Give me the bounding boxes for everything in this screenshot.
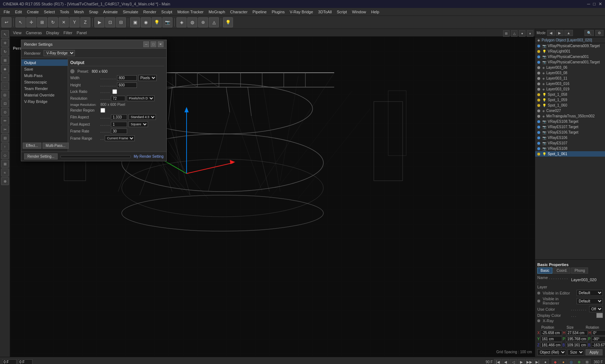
timeline-settings-btn[interactable]: ⊞ (583, 359, 591, 364)
object-list-item[interactable]: 📷VRayPhysicalCamera009.Target (535, 43, 605, 49)
rs-filmaspect-input[interactable] (111, 114, 127, 120)
tool-y[interactable]: Y (70, 17, 80, 27)
rot-h-input[interactable] (592, 330, 605, 336)
rs-stereo-item[interactable]: Stereoscopic (21, 79, 68, 85)
rs-lockratio-check[interactable] (112, 89, 117, 94)
object-list-item[interactable]: ◈Layer003_08 (535, 70, 605, 76)
object-list-item[interactable]: ◈Layer003_016 (535, 81, 605, 86)
sphere-btn[interactable]: ◉ (141, 17, 151, 27)
rs-maximize[interactable]: □ (151, 41, 156, 47)
prev-frame-btn[interactable]: ◀ (502, 359, 509, 364)
object-list-item[interactable]: 📷VRayPhysicalCamera001.Target (535, 59, 605, 65)
live-select-btn[interactable]: ◎ (1, 91, 9, 99)
vp-icon-3[interactable]: ● (519, 30, 525, 37)
smooth-btn[interactable]: ≈ (1, 168, 9, 176)
rs-teamrender-item[interactable]: Team Render (21, 85, 68, 92)
menu-item-3dtoall[interactable]: 3DToAll (316, 9, 334, 15)
pos-y-input[interactable] (541, 336, 562, 342)
object-list-item[interactable]: 💡Spot_1_061 (535, 151, 605, 157)
material-btn[interactable]: ◍ (187, 17, 197, 27)
size-y-input[interactable] (566, 336, 587, 342)
frame-start-input[interactable] (2, 359, 17, 364)
viewport[interactable]: View Cameras Display Filter Panel ⊞ △ ● … (10, 29, 535, 357)
scale-mode-btn[interactable]: ⊞ (1, 56, 9, 64)
effector-btn[interactable]: ◬ (209, 17, 219, 27)
pos-z-input[interactable] (540, 342, 562, 348)
menu-item-create[interactable]: Create (25, 9, 41, 15)
rs-pixelaspect-input[interactable] (111, 122, 127, 127)
size-type-select[interactable]: Size (568, 349, 584, 355)
record-btn[interactable]: ● (542, 359, 549, 364)
goto-start-btn[interactable]: |◀ (494, 359, 501, 364)
view-menu[interactable]: View (13, 31, 22, 35)
render-settings-titlebar[interactable]: Render Settings ─ □ ✕ (21, 40, 166, 49)
render-setting-btn[interactable]: Render Setting... (24, 153, 58, 159)
menu-item-snap[interactable]: Snap (87, 9, 100, 15)
light-btn[interactable]: 💡 (152, 17, 162, 27)
panel-menu[interactable]: Panel (77, 31, 87, 35)
snap-btn[interactable]: ⊕ (575, 359, 583, 364)
mode-prev-btn[interactable]: ◀ (547, 30, 555, 36)
close-btn[interactable]: ✕ (599, 1, 602, 6)
camera-btn[interactable]: 📷 (162, 17, 172, 27)
menu-item-sculpt[interactable]: Sculpt (159, 9, 175, 15)
object-list-item[interactable]: ◈MinTraingulaTruss_350cm002 (535, 113, 605, 119)
rs-renderregion-check[interactable] (100, 108, 105, 113)
object-list-item[interactable]: 💡VRayLight001 (535, 49, 605, 54)
vp-icon-1[interactable]: ⊞ (503, 30, 510, 37)
bridge-btn[interactable]: ⊟ (1, 134, 9, 142)
magnet-btn[interactable]: ⊕ (1, 177, 9, 185)
pos-x-input[interactable] (541, 330, 562, 336)
motion-track-btn[interactable]: ◎ (568, 359, 575, 364)
frame-current-input[interactable] (18, 359, 32, 364)
menu-item-render[interactable]: Render (141, 9, 158, 15)
rs-minimize[interactable]: ─ (143, 41, 149, 47)
tab-coord[interactable]: Coord. (553, 268, 570, 274)
cube-btn[interactable]: ▣ (130, 17, 140, 27)
render-region-btn[interactable]: ⊡ (105, 17, 115, 27)
scale-tool[interactable]: ⊞ (37, 17, 47, 27)
tool-z[interactable]: Z (80, 17, 90, 27)
menu-item-v-ray-bridge[interactable]: V-Ray Bridge (288, 9, 315, 15)
object-list-item[interactable]: 📷VRayES108 (535, 146, 605, 151)
object-list-item[interactable]: 📷VRayPhysicalCamera001 (535, 54, 605, 59)
lamp-btn[interactable]: 💡 (223, 17, 233, 27)
menu-item-plugins[interactable]: Plugins (269, 9, 287, 15)
prop-usecolor-select[interactable]: Off (589, 306, 603, 312)
renderer-select[interactable]: V-Ray Bridge (44, 50, 75, 56)
bevel-btn[interactable]: ◇ (1, 151, 9, 159)
select-tool[interactable]: ↖ (15, 17, 26, 27)
render-preview-btn[interactable]: ▶ (94, 17, 104, 27)
rs-width-unit[interactable]: Pixels (138, 75, 157, 81)
undo-tool[interactable]: ↩ (1, 17, 12, 27)
goto-end-btn[interactable]: ▶| (534, 359, 541, 364)
mode-up-btn[interactable]: ▲ (564, 30, 573, 36)
object-list-item[interactable]: 💡Spot_1_059 (535, 97, 605, 103)
menu-item-window[interactable]: Window (350, 9, 368, 15)
object-list-item[interactable]: 📷VRayES108.Target (535, 119, 605, 124)
mode-search[interactable]: 🔍 (584, 30, 594, 36)
prop-visrenderer-select[interactable]: Default (577, 298, 603, 304)
prop-viseditor-select[interactable]: Default (577, 290, 603, 296)
rs-width-input[interactable] (117, 75, 137, 81)
poly-mode-btn[interactable]: ◈ (1, 65, 9, 73)
rs-filmaspect-preset[interactable]: Standard 4:3 (129, 114, 156, 120)
vp-icon-2[interactable]: △ (511, 30, 517, 37)
rs-close[interactable]: ✕ (158, 41, 163, 47)
menu-item-pipeline[interactable]: Pipeline (250, 9, 269, 15)
tab-basic[interactable]: Basic (537, 268, 552, 274)
size-x-input[interactable] (566, 330, 588, 336)
object-list-item[interactable]: 📷VRayES107 (535, 140, 605, 146)
rs-framerate-input[interactable] (111, 129, 127, 134)
move-tool[interactable]: ✛ (26, 17, 36, 27)
menu-item-simulate[interactable]: Simulate (121, 9, 140, 15)
menu-item-motion-tracker[interactable]: Motion Tracker (175, 9, 206, 15)
object-type-select[interactable]: Object (Rel) (537, 349, 566, 355)
play-back-btn[interactable]: ◁ (510, 359, 517, 364)
menu-item-tools[interactable]: Tools (58, 9, 71, 15)
apply-button[interactable]: Apply (586, 349, 602, 355)
render-to-po-btn[interactable]: ⊟ (116, 17, 126, 27)
polygon-btn[interactable]: ◈ (176, 17, 187, 27)
object-list-item[interactable]: 📷VRayES106 (535, 135, 605, 140)
object-list-item[interactable]: 💡Spot_1_060 (535, 103, 605, 108)
